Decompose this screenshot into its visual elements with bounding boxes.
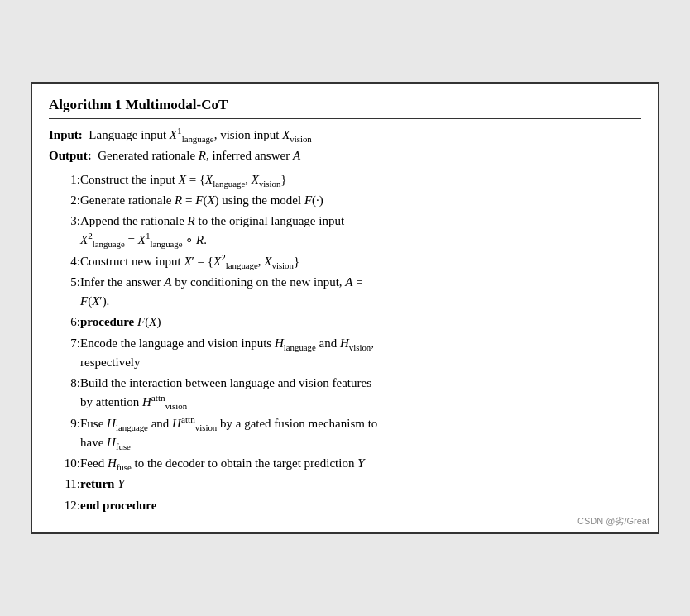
- step-content-10: Feed Hfuse to the decoder to obtain the …: [80, 453, 641, 474]
- steps-table: 1: Construct the input X = {Xlanguage, X…: [49, 170, 641, 516]
- step-4: 4: Construct new input X′ = {X2language,…: [49, 251, 641, 272]
- watermark: CSDN @劣/Great: [577, 515, 649, 528]
- output-text: Generated rationale R, inferred answer A: [94, 149, 300, 162]
- step-num-1: 1:: [49, 170, 80, 190]
- step-num-5: 5:: [49, 272, 80, 313]
- step-content-8: Build the interaction between language a…: [80, 373, 641, 413]
- step-num-6: 6:: [49, 312, 80, 332]
- step-num-8: 8:: [49, 373, 80, 413]
- step-8: 8: Build the interaction between languag…: [49, 373, 641, 413]
- input-text: Language input X1language, vision input …: [86, 128, 312, 141]
- step-num-12: 12:: [49, 495, 80, 516]
- step-content-2: Generate rationale R = F(X) using the mo…: [80, 190, 641, 211]
- algorithm-title-text: Algorithm 1 Multimodal-CoT: [49, 97, 228, 112]
- step-content-9: Fuse Hlanguage and Hattnvision by a gate…: [80, 413, 641, 454]
- step-content-1: Construct the input X = {Xlanguage, Xvis…: [80, 170, 641, 190]
- step-content-12: end procedure: [80, 495, 641, 516]
- algorithm-title: Algorithm 1 Multimodal-CoT: [49, 97, 641, 119]
- output-line: Output: Generated rationale R, inferred …: [49, 146, 641, 165]
- step-num-2: 2:: [49, 190, 80, 211]
- step-content-7: Encode the language and vision inputs Hl…: [80, 333, 641, 374]
- algorithm-content: Input: Language input X1language, vision…: [49, 126, 641, 516]
- step-2: 2: Generate rationale R = F(X) using the…: [49, 190, 641, 211]
- step-6: 6: procedure F(X): [49, 312, 641, 332]
- output-label: Output:: [49, 149, 92, 162]
- step-5: 5: Infer the answer A by conditioning on…: [49, 272, 641, 313]
- step-10: 10: Feed Hfuse to the decoder to obtain …: [49, 453, 641, 474]
- step-9: 9: Fuse Hlanguage and Hattnvision by a g…: [49, 413, 641, 454]
- step-num-7: 7:: [49, 333, 80, 374]
- step-content-3: Append the rationale R to the original l…: [80, 211, 641, 251]
- step-content-11: return Y: [80, 474, 641, 494]
- step-1: 1: Construct the input X = {Xlanguage, X…: [49, 170, 641, 190]
- step-num-10: 10:: [49, 453, 80, 474]
- step-content-6: procedure F(X): [80, 312, 641, 332]
- step-num-4: 4:: [49, 251, 80, 272]
- step-num-9: 9:: [49, 413, 80, 454]
- input-line: Input: Language input X1language, vision…: [49, 126, 641, 145]
- step-7: 7: Encode the language and vision inputs…: [49, 333, 641, 374]
- step-3: 3: Append the rationale R to the origina…: [49, 211, 641, 251]
- input-label: Input:: [49, 128, 83, 141]
- step-11: 11: return Y: [49, 474, 641, 494]
- algorithm-container: Algorithm 1 Multimodal-CoT Input: Langua…: [31, 82, 659, 534]
- step-content-4: Construct new input X′ = {X2language, Xv…: [80, 251, 641, 272]
- step-12: 12: end procedure: [49, 495, 641, 516]
- step-num-3: 3:: [49, 211, 80, 251]
- step-num-11: 11:: [49, 474, 80, 494]
- step-content-5: Infer the answer A by conditioning on th…: [80, 272, 641, 313]
